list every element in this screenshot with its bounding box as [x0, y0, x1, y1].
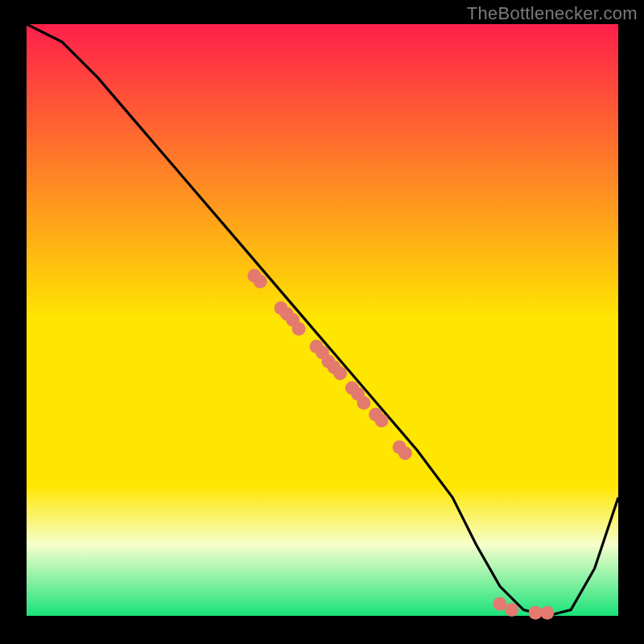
- data-point: [375, 414, 389, 427]
- chart-stage: TheBottlenecker.com: [0, 0, 644, 644]
- data-point: [398, 446, 412, 460]
- bottleneck-chart: [0, 0, 644, 644]
- plot-background: [27, 24, 618, 616]
- attribution-text: TheBottlenecker.com: [467, 3, 638, 24]
- data-point: [493, 597, 507, 611]
- data-point: [357, 396, 370, 410]
- data-point: [254, 275, 267, 288]
- data-point: [292, 322, 306, 336]
- data-point: [333, 366, 347, 380]
- data-point: [529, 606, 543, 620]
- data-point: [505, 603, 518, 617]
- data-point: [540, 606, 554, 620]
